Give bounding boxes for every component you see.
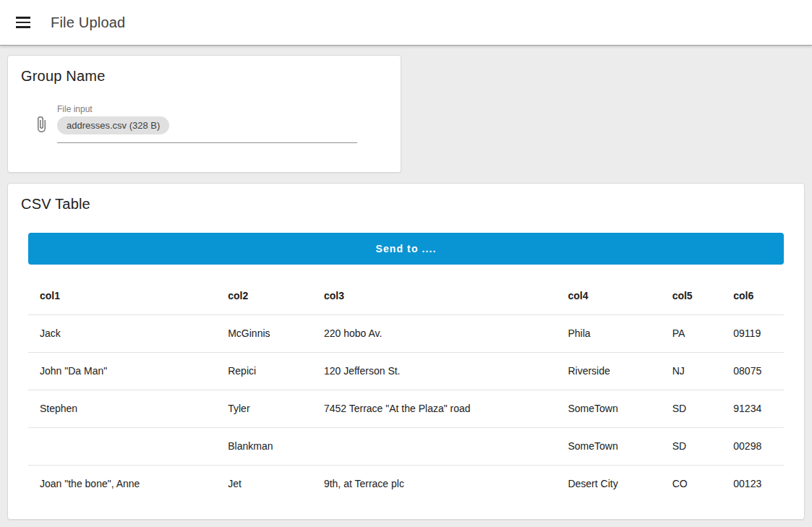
table-cell: 120 Jefferson St.	[312, 352, 557, 390]
table-cell	[312, 427, 557, 465]
table-cell: Tyler	[216, 390, 312, 427]
column-header: col1	[28, 277, 216, 314]
table-row: Joan "the bone", AnneJet9th, at Terrace …	[28, 465, 784, 502]
csv-table: col1col2col3col4col5col6 JackMcGinnis220…	[28, 277, 784, 502]
table-cell: NJ	[661, 352, 722, 390]
table-cell: Jet	[216, 465, 312, 502]
table-cell: SomeTown	[556, 390, 660, 427]
menu-button[interactable]	[16, 17, 30, 28]
csv-card: CSV Table Send to .... col1col2col3col4c…	[7, 183, 805, 520]
table-cell: Joan "the bone", Anne	[28, 465, 216, 502]
file-input-control: File input addresses.csv (328 B)	[57, 104, 357, 143]
table-cell: 00123	[722, 465, 784, 502]
table-cell: Phila	[556, 314, 660, 352]
page-title: File Upload	[51, 14, 125, 31]
table-cell	[28, 427, 216, 465]
column-header: col6	[722, 277, 784, 314]
csv-table-head: col1col2col3col4col5col6	[28, 277, 784, 314]
table-row: JackMcGinnis220 hobo Av.PhilaPA09119	[28, 314, 784, 352]
file-input-underline: addresses.csv (328 B)	[57, 116, 357, 143]
file-chip: addresses.csv (328 B)	[57, 116, 169, 134]
table-cell: Jack	[28, 314, 216, 352]
column-header: col4	[556, 277, 660, 314]
table-row: John "Da Man"Repici120 Jefferson St.Rive…	[28, 352, 784, 390]
csv-card-title: CSV Table	[8, 184, 804, 213]
table-cell: SD	[661, 427, 722, 465]
table-cell: CO	[661, 465, 722, 502]
table-cell: Riverside	[556, 352, 660, 390]
column-header: col3	[312, 277, 557, 314]
table-row: BlankmanSomeTownSD00298	[28, 427, 784, 465]
group-card: Group Name File input addresses.csv (328…	[7, 55, 401, 173]
header-row: col1col2col3col4col5col6	[28, 277, 784, 314]
table-cell: 00298	[722, 427, 784, 465]
file-input-label: File input	[57, 104, 357, 114]
file-input[interactable]: File input addresses.csv (328 B)	[8, 104, 401, 143]
table-cell: PA	[661, 314, 722, 352]
table-cell: SD	[661, 390, 722, 427]
table-cell: Blankman	[216, 427, 312, 465]
table-cell: 91234	[722, 390, 784, 427]
send-button[interactable]: Send to ....	[28, 233, 784, 265]
table-cell: 08075	[722, 352, 784, 390]
table-cell: John "Da Man"	[28, 352, 216, 390]
table-cell: 9th, at Terrace plc	[312, 465, 557, 502]
table-cell: Repici	[216, 352, 312, 390]
table-cell: Desert City	[556, 465, 660, 502]
app-bar: File Upload	[0, 0, 812, 46]
column-header: col2	[216, 277, 312, 314]
table-cell: 7452 Terrace "At the Plaza" road	[312, 390, 557, 427]
group-card-title: Group Name	[8, 56, 401, 85]
csv-table-body: JackMcGinnis220 hobo Av.PhilaPA09119John…	[28, 314, 784, 502]
csv-table-wrap: col1col2col3col4col5col6 JackMcGinnis220…	[28, 277, 784, 502]
paperclip-icon	[33, 116, 50, 133]
table-cell: 09119	[722, 314, 784, 352]
table-cell: McGinnis	[216, 314, 312, 352]
page-content: Group Name File input addresses.csv (328…	[0, 46, 812, 520]
table-cell: SomeTown	[556, 427, 660, 465]
table-cell: Stephen	[28, 390, 216, 427]
table-cell: 220 hobo Av.	[312, 314, 557, 352]
table-row: StephenTyler7452 Terrace "At the Plaza" …	[28, 390, 784, 427]
column-header: col5	[661, 277, 722, 314]
hamburger-menu-icon	[16, 17, 30, 19]
